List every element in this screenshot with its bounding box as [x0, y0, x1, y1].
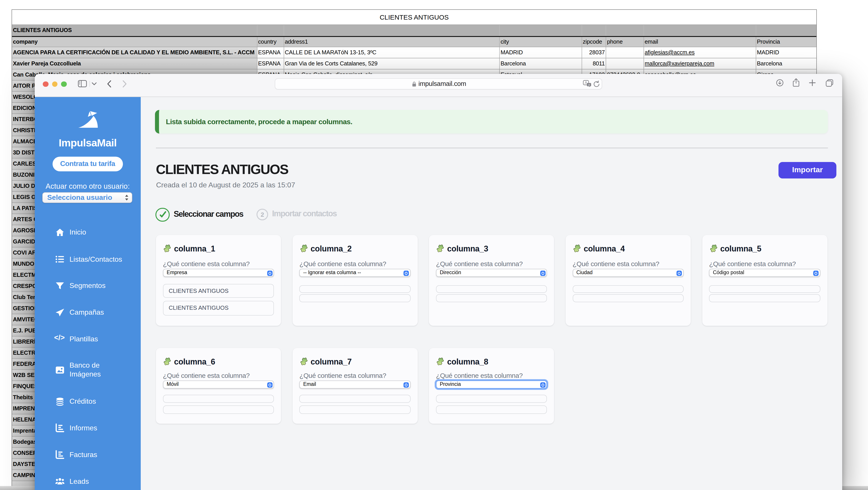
svg-text:A: A: [585, 81, 587, 85]
svg-text:ⅹ: ⅹ: [588, 83, 590, 86]
